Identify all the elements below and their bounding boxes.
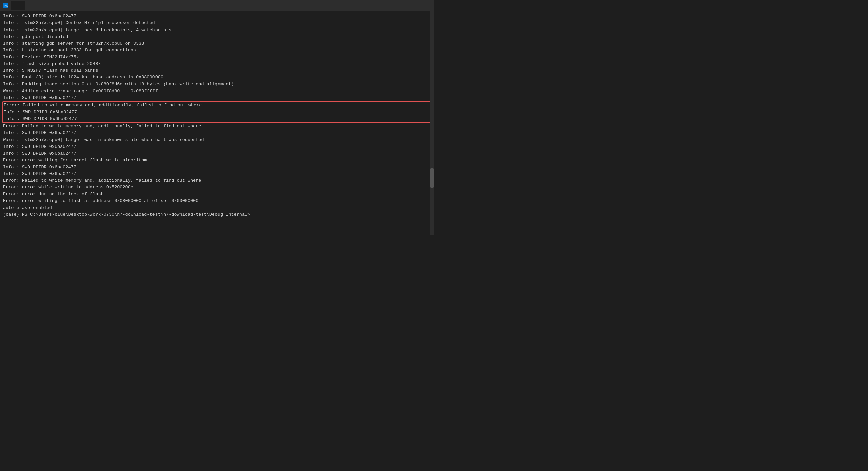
terminal-line: Error: error during the lock of flash <box>3 191 431 198</box>
scrollbar[interactable] <box>430 11 434 235</box>
window-controls <box>385 0 431 11</box>
terminal-line: Error: error while writing to address 0x… <box>3 184 431 191</box>
terminal-line: Info : SWD DPIDR 0x6ba02477 <box>3 94 431 101</box>
terminal-line: Info : SWD DPIDR 0x6ba02477 <box>3 164 431 171</box>
title-bar: PS <box>0 0 434 11</box>
terminal-line: Info : SWD DPIDR 0x6ba02477 <box>4 116 430 122</box>
terminal-line: Error: error waiting for target flash wr… <box>3 157 431 164</box>
terminal-line: Info : SWD DPIDR 0x6ba02477 <box>3 144 431 150</box>
terminal-line: Info : Bank (0) size is 1024 kb, base ad… <box>3 74 431 81</box>
terminal-line: Info : SWD DPIDR 0x6ba02477 <box>3 171 431 177</box>
terminal-line: Error: Failed to write memory and, addit… <box>3 123 431 130</box>
powershell-icon: PS <box>3 3 8 8</box>
terminal-line: Info : starting gdb server for stm32h7x.… <box>3 40 431 47</box>
terminal-line: Info : [stm32h7x.cpu0] target has 8 brea… <box>3 27 431 33</box>
terminal-line: Warn : Adding extra erase range, 0x080f8… <box>3 88 431 94</box>
terminal-line: Warn : [stm32h7x.cpu0] target was in unk… <box>3 137 431 144</box>
tab-powershell[interactable] <box>11 1 25 10</box>
terminal-line: Info : SWD DPIDR 0x6ba02477 <box>4 109 430 116</box>
terminal-line: Info : Listening on port 3333 for gdb co… <box>3 47 431 54</box>
terminal-line: Info : gdb port disabled <box>3 33 431 40</box>
scrollbar-thumb[interactable] <box>430 168 434 188</box>
title-bar-left: PS <box>3 1 385 10</box>
terminal-line: Info : Device: STM32H74x/75x <box>3 54 431 61</box>
terminal-line: Info : Padding image section 0 at 0x080f… <box>3 81 431 88</box>
terminal-line: auto erase enabled <box>3 205 431 211</box>
terminal-line: Error: error writing to flash at address… <box>3 198 431 205</box>
terminal-line: (base) PS C:\Users\blue\Desktop\work\073… <box>3 211 431 218</box>
svg-text:PS: PS <box>4 4 8 8</box>
powershell-window: PS Info : SWD DPIDR 0x6ba02477Info : [st… <box>0 0 434 235</box>
close-button[interactable] <box>415 0 431 11</box>
terminal-line: Info : flash size probed value 2048k <box>3 61 431 67</box>
terminal-line: Error: Failed to write memory and, addit… <box>3 177 431 184</box>
tab-close-button[interactable] <box>17 3 22 8</box>
minimize-button[interactable] <box>385 0 400 11</box>
terminal-line: Info : STM32H7 flash has dual banks <box>3 67 431 74</box>
terminal-line: Info : SWD DPIDR 0x6ba02477 <box>3 150 431 157</box>
terminal-line: Info : SWD DPIDR 0x6ba02477 <box>3 13 431 20</box>
terminal-line: Info : [stm32h7x.cpu0] Cortex-M7 r1p1 pr… <box>3 20 431 27</box>
highlighted-error-block: Error: Failed to write memory and, addit… <box>2 101 432 123</box>
terminal-content[interactable]: Info : SWD DPIDR 0x6ba02477Info : [stm32… <box>0 11 434 235</box>
terminal-line: Info : SWD DPIDR 0x6ba02477 <box>3 130 431 137</box>
terminal-line: Error: Failed to write memory and, addit… <box>4 102 430 109</box>
maximize-button[interactable] <box>400 0 415 11</box>
terminal-output: Info : SWD DPIDR 0x6ba02477Info : [stm32… <box>3 13 431 218</box>
